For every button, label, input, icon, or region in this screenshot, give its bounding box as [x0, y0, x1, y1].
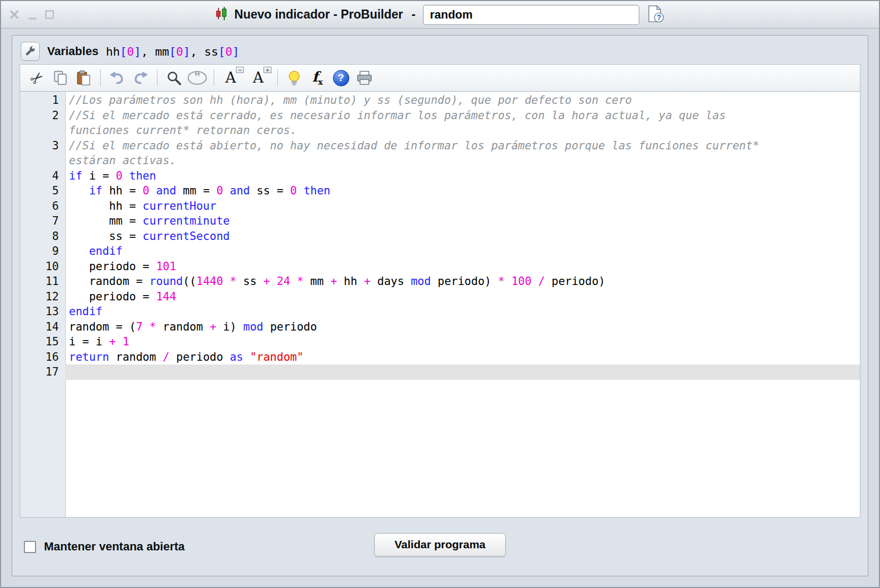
footer-bar: Mantener ventana abierta Validar program…	[20, 518, 860, 576]
line-number: 13	[20, 304, 65, 319]
help-icon: ?	[333, 70, 349, 86]
code-line[interactable]: 17	[20, 364, 860, 380]
code-line[interactable]: 6 hh = currentHour	[20, 199, 860, 214]
title-group: Nuevo indicador - ProBuilder - ?	[215, 4, 665, 25]
code-line-text: //Si el mercado está abierto, no hay nec…	[65, 138, 860, 168]
cut-button[interactable]: ✂	[25, 66, 49, 90]
comment-icon: ”	[188, 71, 207, 85]
redo-icon	[132, 71, 149, 85]
code-area: 1//Los parámetros son hh (hora), mm (min…	[20, 93, 860, 380]
font-increase-icon: A+	[253, 70, 263, 85]
line-number: 16	[20, 350, 65, 365]
keep-window-open-checkbox[interactable]	[24, 541, 36, 553]
code-line[interactable]: 13endif	[20, 304, 860, 319]
toolbar-separator	[214, 69, 214, 86]
printer-icon	[356, 70, 373, 86]
code-line[interactable]: 12 periodo = 144	[20, 289, 860, 305]
code-line[interactable]: 3//Si el mercado está abierto, no hay ne…	[20, 138, 860, 168]
search-icon	[166, 70, 182, 86]
minimize-icon[interactable]	[29, 17, 37, 20]
code-line[interactable]: 16return random / periodo as "random"	[20, 350, 860, 365]
maximize-icon[interactable]	[45, 10, 54, 19]
font-increase-button[interactable]: A+	[247, 66, 270, 90]
code-line-text: hh = currentHour	[65, 199, 860, 214]
copy-icon	[52, 70, 68, 86]
code-line[interactable]: 4if i = 0 then	[20, 168, 860, 184]
variables-label: Variables	[47, 44, 99, 58]
lightbulb-icon	[287, 70, 302, 86]
keep-window-open-option[interactable]: Mantener ventana abierta	[24, 540, 184, 554]
line-number: 6	[20, 199, 65, 214]
code-line-text: if i = 0 then	[65, 168, 860, 184]
code-line[interactable]: 5 if hh = 0 and mm = 0 and ss = 0 then	[20, 183, 860, 199]
editor-panel: Variables hh[0], mm[0], ss[0] ✂	[12, 35, 868, 576]
font-decrease-button[interactable]: A−	[219, 66, 242, 90]
code-line[interactable]: 1//Los parámetros son hh (hora), mm (min…	[20, 93, 860, 108]
code-line[interactable]: 15i = i + 1	[20, 334, 860, 350]
code-line-text: periodo = 144	[65, 289, 860, 305]
line-number: 1	[20, 93, 65, 108]
code-line[interactable]: 14random = (7 * random + i) mod periodo	[20, 319, 860, 335]
line-number: 12	[20, 289, 65, 305]
code-line-text: endif	[65, 244, 860, 259]
code-line-text: //Los parámetros son hh (hora), mm (minu…	[65, 93, 860, 108]
line-number: 15	[20, 334, 65, 350]
code-line[interactable]: 11 random = round((1440 * ss + 24 * mm +…	[20, 274, 860, 289]
variables-settings-button[interactable]	[21, 42, 40, 61]
line-number: 11	[20, 274, 65, 289]
paste-icon	[76, 70, 92, 86]
close-icon[interactable]: ✕	[8, 8, 20, 22]
code-line[interactable]: 8 ss = currentSecond	[20, 229, 860, 244]
redo-button[interactable]	[129, 66, 152, 90]
code-line[interactable]: 9 endif	[20, 244, 860, 259]
line-number: 7	[20, 213, 65, 229]
titlebar: ✕ Nuevo indicador - ProBuilder -	[1, 1, 879, 29]
code-line[interactable]: 10 periodo = 101	[20, 259, 860, 274]
probuilder-window: ✕ Nuevo indicador - ProBuilder -	[0, 0, 880, 588]
line-number: 3	[20, 138, 65, 168]
undo-button[interactable]	[105, 66, 129, 90]
search-button[interactable]	[162, 66, 186, 90]
toolbar: ✂	[20, 64, 860, 92]
svg-text:?: ?	[657, 13, 662, 22]
line-number: 17	[20, 364, 65, 380]
undo-icon	[109, 71, 126, 85]
wrench-icon	[24, 46, 37, 58]
code-line-text	[65, 364, 860, 380]
code-line-text: ss = currentSecond	[65, 229, 860, 244]
line-number: 2	[20, 108, 65, 138]
code-line-text: mm = currentminute	[65, 213, 860, 229]
function-button[interactable]: fx	[306, 66, 329, 90]
help-button[interactable]: ?	[329, 66, 353, 90]
candlestick-icon	[215, 6, 228, 23]
code-line-text: if hh = 0 and mm = 0 and ss = 0 then	[65, 183, 860, 199]
font-decrease-icon: A−	[225, 70, 236, 85]
code-editor[interactable]: 1//Los parámetros son hh (hora), mm (min…	[20, 92, 860, 518]
variables-expression: hh[0], mm[0], ss[0]	[106, 45, 240, 58]
code-line[interactable]: 7 mm = currentminute	[20, 213, 860, 229]
validate-program-button[interactable]: Validar programa	[374, 533, 506, 556]
code-line-text: random = (7 * random + i) mod periodo	[65, 319, 860, 335]
line-number: 9	[20, 244, 65, 259]
help-document-icon[interactable]: ?	[646, 4, 665, 25]
toolbar-separator	[100, 69, 101, 86]
hint-button[interactable]	[283, 66, 306, 90]
print-button[interactable]	[353, 66, 376, 90]
window-controls: ✕	[8, 1, 54, 28]
line-number: 14	[20, 319, 65, 335]
paste-button[interactable]	[72, 66, 95, 90]
code-line-text: endif	[65, 304, 860, 319]
indicator-name-input[interactable]	[423, 5, 639, 25]
code-line-text: return random / periodo as "random"	[65, 350, 860, 365]
toolbar-separator	[277, 69, 278, 86]
comment-button[interactable]: ”	[186, 66, 209, 90]
toolbar-separator	[157, 69, 157, 86]
copy-button[interactable]	[49, 66, 72, 90]
variables-bar: Variables hh[0], mm[0], ss[0]	[20, 39, 860, 64]
line-number: 5	[20, 183, 65, 199]
function-icon: fx	[312, 69, 323, 87]
code-line-text: i = i + 1	[65, 334, 860, 350]
code-line-text: //Si el mercado está cerrado, es necesar…	[65, 108, 860, 138]
line-number: 4	[20, 168, 65, 184]
code-line[interactable]: 2//Si el mercado está cerrado, es necesa…	[20, 108, 860, 138]
